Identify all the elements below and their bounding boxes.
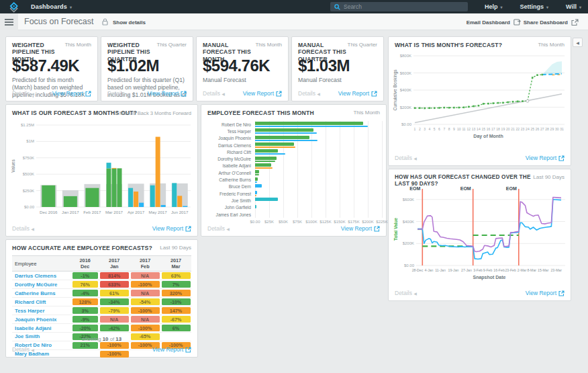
employee-link[interactable]: Tess Harper <box>12 306 71 315</box>
accuracy-cell: -100% <box>130 306 160 315</box>
x-axis-tick: $50K <box>279 220 288 224</box>
month-forecast-line-chart: $0.00$200K$400K$600K$800K123456789101112… <box>392 52 567 153</box>
three-months-bar-chart: $0.00$250K$500K$750K$1M$1.25MDec 2016Jan… <box>9 121 194 223</box>
employee-row: Robert De Niro <box>207 121 382 128</box>
collapse-panel-button[interactable]: ◀ <box>573 38 583 47</box>
svg-text:Mar 2017: Mar 2017 <box>105 210 124 214</box>
view-report-link[interactable]: View Report <box>148 90 187 97</box>
email-dashboard-button[interactable]: Email Dashboard <box>467 19 521 26</box>
details-toggle[interactable]: Details ◀ <box>298 90 320 97</box>
dashboard-titlebar: Focus on Forecast Show details Email Das… <box>0 13 588 30</box>
accuracy-cell: 128% <box>71 298 99 306</box>
details-toggle[interactable]: Details ◀ <box>395 155 417 161</box>
external-link-icon <box>558 290 565 296</box>
accuracy-cell: -79% <box>99 306 130 315</box>
employee-link[interactable]: Joaquin Phoenix <box>12 315 71 324</box>
svg-text:$0.00: $0.00 <box>404 263 415 267</box>
employee-link[interactable]: Darrius Clemens <box>12 272 71 280</box>
svg-text:24: 24 <box>526 127 530 131</box>
triangle-left-icon: ◀ <box>413 292 417 296</box>
details-toggle[interactable]: Details ◀ <box>12 346 34 353</box>
kpi-badge: This Quarter <box>157 42 187 48</box>
employee-link[interactable]: Richard Clift <box>12 298 71 306</box>
dashboards-menu[interactable]: Dashboards▾ <box>31 3 72 10</box>
employee-row: Joaquin Phoenix <box>207 135 382 142</box>
search-input[interactable]: Search <box>330 2 468 11</box>
view-report-link[interactable]: View Report <box>526 290 565 296</box>
employee-bar <box>255 195 256 196</box>
table-row-count: showing 10 of 13 <box>6 336 197 342</box>
table-column-header[interactable]: 2017Jan <box>99 256 130 272</box>
accuracy-cell: -67% <box>160 315 191 324</box>
triangle-left-icon: ◀ <box>226 227 230 231</box>
view-report-link[interactable]: View Report <box>243 90 282 97</box>
app-logo-icon[interactable] <box>7 0 21 13</box>
view-report-link[interactable]: View Report <box>52 90 91 97</box>
table-column-header[interactable]: 2017Mar <box>160 256 191 272</box>
employee-row: Richard Clift <box>207 149 382 155</box>
svg-text:Cumulative Bookings: Cumulative Bookings <box>393 69 398 111</box>
employee-link[interactable]: Isabelle Adjani <box>12 324 71 333</box>
x-axis-tick: $125K <box>320 220 331 224</box>
accuracy-cell: 61% <box>99 289 130 298</box>
employee-bar <box>255 132 317 134</box>
svg-text:Snapshot Date: Snapshot Date <box>473 275 505 280</box>
accuracy-cell: 320% <box>160 289 191 298</box>
svg-text:EOM: EOM <box>506 186 517 191</box>
share-dashboard-button[interactable]: Share Dashboard <box>524 19 579 26</box>
details-toggle[interactable]: Details ◀ <box>107 90 130 97</box>
help-menu[interactable]: Help▾ <box>485 3 503 10</box>
show-details-button[interactable]: Show details <box>113 19 146 26</box>
table-column-header[interactable]: 2017Feb <box>130 256 160 272</box>
x-axis-tick: $25K <box>264 220 274 224</box>
view-report-link[interactable]: View Report <box>526 155 565 161</box>
chart-card-employee-forecast: EMPLOYEE FORECAST THIS MONTH This Month … <box>201 104 387 237</box>
accuracy-cell: 63% <box>160 272 191 280</box>
accuracy-cell: -42% <box>99 324 130 333</box>
user-menu[interactable]: Will▾ <box>566 3 581 10</box>
employee-link[interactable]: Dorothy McGuire <box>12 280 71 289</box>
accuracy-cell: 147% <box>160 306 191 315</box>
triangle-left-icon: ◀ <box>317 92 320 96</box>
accuracy-cell: 3% <box>71 306 99 315</box>
view-report-link[interactable]: View Report <box>152 346 191 353</box>
kpi-value: $594.76K <box>203 56 270 75</box>
table-column-header[interactable]: 2016Dec <box>71 256 99 272</box>
accuracy-cell: 633% <box>99 280 130 289</box>
accuracy-cell: -4% <box>71 289 99 298</box>
table-row: Darrius Clemens-1%814%N/A63% <box>12 272 191 280</box>
details-toggle[interactable]: Details ◀ <box>207 225 230 232</box>
details-toggle[interactable]: Details ◀ <box>12 90 34 97</box>
svg-text:23-Feb: 23-Feb <box>505 268 516 272</box>
svg-text:23-Mar: 23-Mar <box>550 268 562 272</box>
employee-link[interactable]: Catherine Burns <box>12 289 71 298</box>
svg-text:$500K: $500K <box>23 172 34 176</box>
employee-bar <box>255 140 317 141</box>
svg-text:May 2017: May 2017 <box>149 210 168 214</box>
view-report-link[interactable]: View Report <box>341 225 380 232</box>
employee-name-label: Bruce Dern <box>207 184 255 189</box>
card-footer: Details ◀View Report <box>12 224 191 233</box>
view-report-link[interactable]: View Report <box>338 90 377 97</box>
accuracy-cell: 76% <box>71 280 99 289</box>
svg-text:2: 2 <box>419 127 421 131</box>
svg-text:2-Mar: 2-Mar <box>518 268 527 272</box>
svg-text:Feb 2017: Feb 2017 <box>83 210 101 214</box>
hamburger-menu-button[interactable] <box>0 13 18 30</box>
employee-row: Arthur O'Connell <box>207 169 382 176</box>
employee-bar <box>255 126 368 127</box>
view-report-link[interactable]: View Report <box>152 225 191 232</box>
svg-text:$200K: $200K <box>400 106 411 110</box>
search-placeholder: Search <box>344 3 362 10</box>
details-toggle[interactable]: Details ◀ <box>203 90 225 97</box>
employee-name-label: Richard Clift <box>207 150 255 155</box>
employee-row: Darrius Clemens <box>207 142 382 149</box>
table-column-header[interactable]: Employee <box>12 256 71 272</box>
details-toggle[interactable]: Details ◀ <box>395 290 417 296</box>
svg-text:$400K: $400K <box>400 88 411 92</box>
external-link-icon <box>185 347 191 353</box>
employee-name-label: Darrius Clemens <box>207 143 255 148</box>
details-toggle[interactable]: Details ◀ <box>12 225 34 232</box>
employee-row: Isabelle Adjani <box>207 163 382 169</box>
settings-menu[interactable]: Settings▾ <box>520 3 549 10</box>
